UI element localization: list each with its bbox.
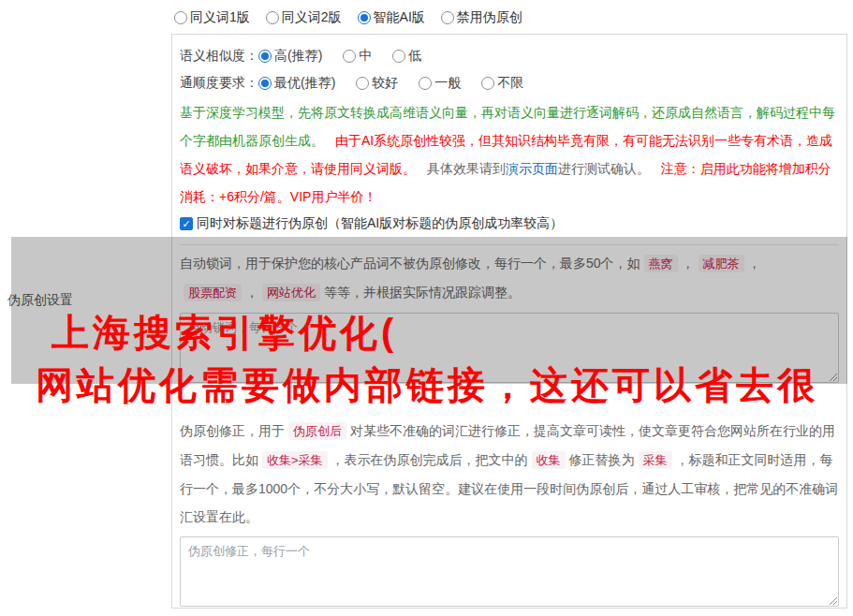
correction-text: 修正替换为 [569,452,635,467]
radio-selected-icon [258,50,272,63]
similarity-label: 语义相似度： [180,48,258,65]
radio-unselected-icon [419,77,432,90]
keyword-chip: 伪原创后 [288,422,346,440]
correction-text: ，表示在伪原创完成后，把文中的 [331,452,528,467]
radio-label: 一般 [434,75,461,92]
radio-label: 最优(推荐) [274,75,335,92]
ai-description-paragraph: 基于深度学习模型，先将原文转换成高维语义向量，再对语义向量进行逐词解码，还原成自… [180,98,839,211]
radio-unselected-icon [356,77,369,90]
fluency-row: 通顺度要求： 最优(推荐) 较好 一般 不限 [180,69,839,96]
description-gray-text: 具体效果请到 [427,161,506,176]
annotation-text-line1: 上海搜索引擎优化( [51,312,397,353]
annotation-text-line2: 网站优化需要做内部链接，这还可以省去很 [36,364,818,405]
radio-selected-icon [258,77,272,90]
radio-label: 禁用伪原创 [457,9,522,26]
dim-overlay [11,237,847,384]
radio-label: 高(推荐) [274,48,322,65]
keyword-chip: 收集 [532,451,566,469]
checkbox-checked-icon [180,217,193,230]
radio-label: 低 [408,48,421,65]
radio-disable-rewrite[interactable]: 禁用伪原创 [441,9,522,26]
keyword-chip: 收集>采集 [262,451,328,469]
description-gray-text2: 进行测试确认。 [558,161,650,176]
radio-unselected-icon [266,11,279,24]
radio-label: 同义词1版 [190,9,250,26]
radio-similarity-medium[interactable]: 中 [343,48,372,65]
radio-label: 不限 [497,75,523,92]
correction-text: 伪原创修正，用于 [180,423,285,438]
radio-fluency-normal[interactable]: 一般 [419,75,461,92]
radio-similarity-high[interactable]: 高(推荐) [258,48,322,65]
demo-page-link[interactable]: 演示页面 [506,161,558,176]
radio-unselected-icon [343,50,356,63]
radio-label: 中 [359,48,372,65]
radio-selected-icon [358,11,371,24]
version-radio-group: 同义词1版 同义词2版 智能AI版 禁用伪原创 [174,9,522,26]
radio-unselected-icon [441,11,454,24]
radio-label: 较好 [372,75,398,92]
radio-unselected-icon [481,77,494,90]
radio-synonym-v2[interactable]: 同义词2版 [266,9,342,26]
radio-label: 同义词2版 [282,9,342,26]
fluency-label: 通顺度要求： [180,75,258,92]
similarity-row: 语义相似度： 高(推荐) 中 低 [180,42,839,69]
radio-synonym-v1[interactable]: 同义词1版 [174,9,250,26]
radio-fluency-any[interactable]: 不限 [481,75,523,92]
radio-similarity-low[interactable]: 低 [392,48,421,65]
correction-textarea-wrap [180,536,839,607]
correction-description: 伪原创修正，用于伪原创后对某些不准确的词汇进行修正，提高文章可读性，使文章更符合… [180,417,839,531]
radio-fluency-good[interactable]: 较好 [356,75,398,92]
checkbox-label: 同时对标题进行伪原创（智能AI版对标题的伪原创成功率较高） [197,215,563,232]
radio-unselected-icon [392,50,405,63]
title-rewrite-checkbox[interactable]: 同时对标题进行伪原创（智能AI版对标题的伪原创成功率较高） [180,214,839,233]
radio-label: 智能AI版 [374,9,425,26]
radio-unselected-icon [174,11,187,24]
keyword-chip: 采集 [639,451,672,469]
correction-textarea[interactable] [180,536,839,607]
radio-smart-ai[interactable]: 智能AI版 [358,9,425,26]
radio-fluency-best[interactable]: 最优(推荐) [258,75,335,92]
